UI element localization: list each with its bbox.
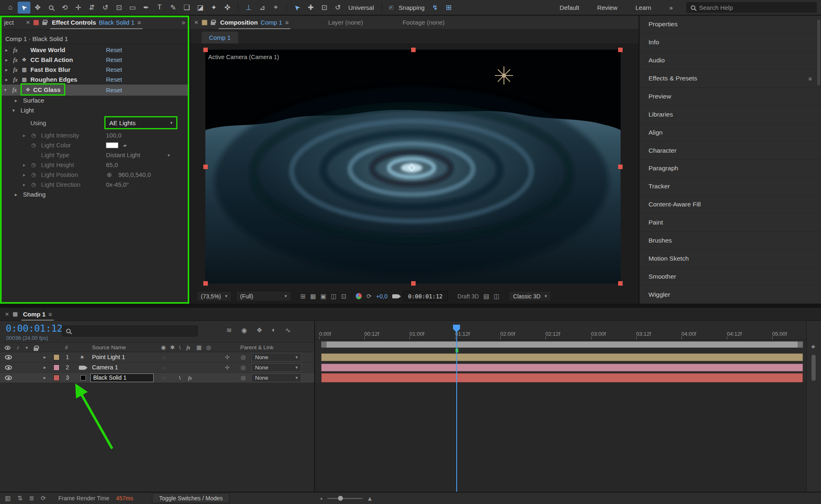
panel-tab-paragraph[interactable]: Paragraph: [639, 160, 821, 178]
status-icon-flow[interactable]: ≣: [29, 495, 34, 502]
panel-tab-tracker[interactable]: Tracker: [639, 178, 821, 196]
preview-timecode[interactable]: 0:00:01:12: [403, 291, 448, 301]
twirl-icon[interactable]: ▸: [15, 190, 17, 199]
close-icon[interactable]: ×: [5, 310, 9, 318]
camera-tool[interactable]: ⊡: [113, 2, 125, 14]
hand-tool[interactable]: ✥: [31, 2, 44, 14]
lock-icon[interactable]: [42, 22, 47, 25]
layer-switch-2-icon[interactable]: ✣: [225, 352, 230, 362]
twirl-icon[interactable]: ▸: [23, 180, 25, 190]
fx-badge-icon[interactable]: fx: [13, 75, 18, 85]
effect-row-cc-ball-action[interactable]: ▸ fx ❖ CC Ball Action Reset: [0, 55, 189, 65]
panel-overflow-icon[interactable]: »: [182, 19, 185, 26]
param-value[interactable]: 0x-45,0°: [106, 180, 129, 190]
param-value[interactable]: 960,0,540,0: [118, 170, 151, 180]
pickwhip-icon[interactable]: ◎: [241, 373, 246, 383]
close-icon[interactable]: ×: [26, 18, 30, 27]
visibility-toggle[interactable]: [5, 365, 12, 370]
label-color-chip[interactable]: [53, 375, 60, 381]
snapshot-camera-icon[interactable]: [392, 294, 398, 298]
panel-tab-info[interactable]: Info: [639, 34, 821, 52]
view-axis-mode-icon[interactable]: ⌖: [269, 2, 282, 14]
panel-tab-effects-presets[interactable]: Effects & Presets ≡: [639, 70, 821, 88]
param-row-light-direction[interactable]: ▸ ◷ Light Direction 0x-45,0°: [0, 180, 189, 190]
stopwatch-icon[interactable]: ◷: [31, 170, 36, 180]
twirl-icon[interactable]: ▸: [44, 373, 46, 383]
lock-icon[interactable]: [211, 22, 215, 25]
timeline-scrollbar[interactable]: [812, 355, 816, 381]
workspace-default[interactable]: Default: [560, 4, 580, 11]
reset-button[interactable]: Reset: [106, 75, 122, 85]
playhead-line[interactable]: [456, 326, 457, 492]
comp-tab[interactable]: Comp 1: [202, 32, 238, 44]
fx-badge-icon[interactable]: fx: [13, 55, 18, 65]
layer-handle[interactable]: [411, 281, 416, 286]
selection-tool[interactable]: ➤: [18, 2, 30, 14]
layer-handle[interactable]: [203, 281, 208, 286]
layer-handle[interactable]: [618, 165, 623, 169]
layer-row-camera[interactable]: ▸ 2 Camera 1 ◌ ✣ ◎ None ▾: [0, 362, 314, 373]
fx-badge-icon[interactable]: fx: [13, 65, 18, 75]
twirl-icon[interactable]: ▸: [5, 75, 8, 85]
tab-layer[interactable]: Layer (none): [327, 16, 365, 29]
channel-icon[interactable]: [356, 293, 362, 299]
group-row-shading[interactable]: ▸ Shading: [0, 190, 189, 199]
work-area-bar[interactable]: [321, 341, 803, 348]
panel-tab-align[interactable]: Align: [639, 124, 821, 142]
local-axis-mode-icon[interactable]: ⊥: [242, 2, 255, 14]
panel-tab-motion-sketch[interactable]: Motion Sketch: [639, 250, 821, 268]
tab-effect-controls[interactable]: Effect Controls Black Solid 1 ≡: [50, 16, 143, 29]
brush-tool[interactable]: ✎: [167, 2, 179, 14]
twirl-icon[interactable]: ▸: [5, 45, 8, 55]
snapping-checkbox[interactable]: ✓: [388, 4, 395, 11]
panel-menu-icon[interactable]: ≡: [48, 311, 52, 318]
draft-3d-toggle[interactable]: Draft 3D: [458, 293, 479, 300]
magnification-dropdown[interactable]: (73,5%) ▾: [197, 291, 232, 301]
gizmo-select-icon[interactable]: ➤: [291, 2, 304, 14]
timeline-track-area[interactable]: 0:00f 00:12f 01:00f 01:12f 02:00f 02:12f…: [314, 321, 806, 492]
reset-button[interactable]: Reset: [106, 85, 122, 96]
twirl-icon[interactable]: ▸: [15, 96, 17, 105]
home-icon[interactable]: ⌂: [4, 2, 17, 14]
gizmo-rotate-icon[interactable]: ↺: [331, 2, 344, 14]
search-help-box[interactable]: Search Help: [686, 2, 817, 13]
pickwhip-icon[interactable]: ◎: [241, 362, 246, 373]
panel-tab-preview[interactable]: Preview: [639, 88, 821, 106]
reset-button[interactable]: Reset: [106, 45, 122, 55]
visibility-toggle[interactable]: [5, 355, 12, 360]
source-name-column[interactable]: Source Name: [92, 343, 126, 353]
twirl-icon[interactable]: ▸: [5, 55, 8, 65]
panel-tab-audio[interactable]: Audio: [639, 52, 821, 70]
composition-viewport[interactable]: Active Camera (Camera 1): [205, 50, 621, 284]
twirl-icon[interactable]: ▸: [23, 170, 25, 180]
shy-toggle-icon[interactable]: ◉: [241, 326, 247, 334]
param-row-light-height[interactable]: ▸ ◷ Light Height 65,0: [0, 160, 189, 170]
stopwatch-icon[interactable]: ◷: [31, 180, 36, 190]
fx-badge-icon[interactable]: fx: [12, 85, 17, 96]
gizmo-scale-icon[interactable]: ⊡: [318, 2, 331, 14]
layer-switch-icon[interactable]: ◌: [162, 362, 166, 373]
roto-brush-tool[interactable]: ✦: [207, 2, 220, 14]
panel-menu-icon[interactable]: ≡: [285, 19, 289, 26]
fx-switch-icon[interactable]: fx: [188, 373, 192, 383]
zoom-slider[interactable]: [327, 498, 363, 499]
dock-scrollbar[interactable]: [817, 20, 820, 85]
reset-exposure-icon[interactable]: ⟳: [366, 293, 372, 300]
snap-option-icon[interactable]: ↯: [429, 2, 442, 14]
zoom-out-mountain-icon[interactable]: ▲: [320, 496, 323, 500]
clone-stamp-tool[interactable]: ❏: [180, 2, 193, 14]
panel-tab-brushes[interactable]: Brushes: [639, 232, 821, 250]
param-row-light-position[interactable]: ▸ ◷ Light Position ⊕ 960,0,540,0: [0, 170, 189, 180]
layer-duration-bar-camera[interactable]: [321, 364, 803, 371]
layer-switch-icon[interactable]: ◌: [162, 352, 166, 362]
effect-row-cc-glass-selected[interactable]: ▾ fx ❖ CC Glass Reset: [0, 85, 189, 96]
panel-menu-icon[interactable]: ≡: [808, 75, 812, 82]
orbit-camera-tool[interactable]: ⟲: [58, 2, 71, 14]
effect-row-wave-world[interactable]: ▸ fx Wave World Reset: [0, 45, 189, 55]
color-swatch[interactable]: [106, 142, 118, 148]
zoom-in-mountain-icon[interactable]: ▲: [367, 495, 373, 502]
renderer-dropdown[interactable]: Classic 3D ▾: [509, 291, 551, 301]
crosshair-icon[interactable]: ⊕: [107, 170, 112, 180]
layer-switch-2-icon[interactable]: ✣: [225, 362, 230, 373]
layer-handle[interactable]: [618, 281, 623, 286]
